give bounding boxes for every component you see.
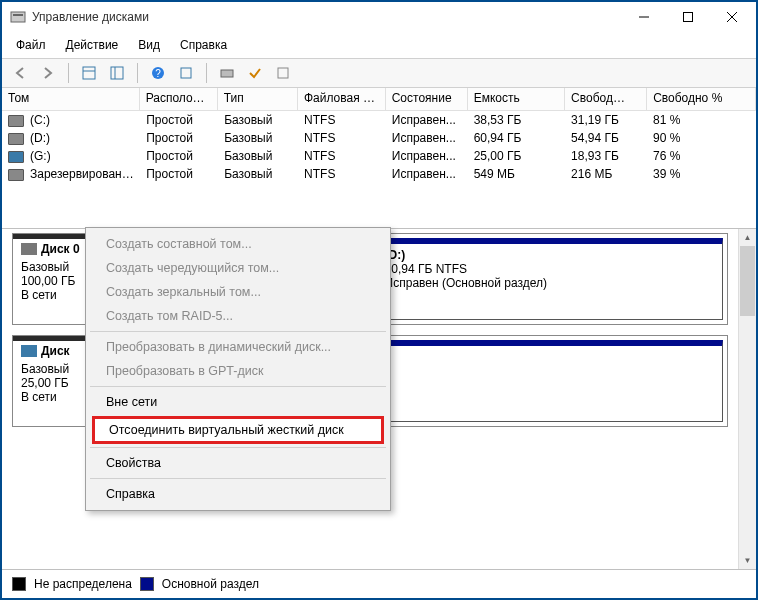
window-title: Управление дисками [32,10,622,24]
cm-separator [90,478,386,479]
titlebar: Управление дисками [2,2,756,32]
volume-row[interactable]: (D:)ПростойБазовыйNTFSИсправен...60,94 Г… [2,129,756,147]
toolbar-view2-icon[interactable] [105,61,129,85]
svg-rect-12 [181,68,191,78]
minimize-button[interactable] [622,2,666,32]
col-capacity[interactable]: Емкость [468,88,565,110]
cm-separator [90,331,386,332]
cm-convert-gpt: Преобразовать в GPT-диск [88,359,388,383]
svg-rect-3 [684,13,693,22]
legend-unallocated-swatch [12,577,26,591]
cm-create-spanned: Создать составной том... [88,232,388,256]
scroll-up-icon[interactable]: ▲ [739,229,756,246]
col-free-pct[interactable]: Свободно % [647,88,756,110]
close-button[interactable] [710,2,754,32]
cm-separator [90,447,386,448]
volume-list-header: Том Располо… Тип Файловая с… Состояние Е… [2,88,756,111]
menu-file[interactable]: Файл [12,36,50,54]
menu-view[interactable]: Вид [134,36,164,54]
volume-icon [8,151,24,163]
cm-offline[interactable]: Вне сети [88,390,388,414]
menubar: Файл Действие Вид Справка [2,32,756,58]
svg-rect-14 [278,68,288,78]
menu-action[interactable]: Действие [62,36,123,54]
volume-row[interactable]: Зарезервировано...ПростойБазовыйNTFSИспр… [2,165,756,183]
svg-rect-6 [83,67,95,79]
partition-d-info: 60,94 ГБ NTFS [385,262,714,276]
svg-rect-8 [111,67,123,79]
cm-create-mirror: Создать зеркальный том... [88,280,388,304]
col-fs[interactable]: Файловая с… [298,88,386,110]
cm-help[interactable]: Справка [88,482,388,506]
disk0-title: Диск 0 [41,242,80,256]
toolbar-disk-icon[interactable] [215,61,239,85]
col-free[interactable]: Свобод… [565,88,647,110]
col-volume[interactable]: Том [2,88,140,110]
volume-icon [8,169,24,181]
toolbar-props-icon[interactable] [271,61,295,85]
legend-primary-swatch [140,577,154,591]
maximize-button[interactable] [666,2,710,32]
col-status[interactable]: Состояние [386,88,468,110]
cm-properties[interactable]: Свойства [88,451,388,475]
scroll-down-icon[interactable]: ▼ [739,552,756,569]
toolbar-check-icon[interactable] [243,61,267,85]
col-layout[interactable]: Располо… [140,88,218,110]
disk1-title: Диск [41,344,70,358]
volume-icon [8,115,24,127]
volume-row[interactable]: (G:)ПростойБазовыйNTFSИсправен...25,00 Г… [2,147,756,165]
volume-list: Том Располо… Тип Файловая с… Состояние Е… [2,88,756,229]
context-menu: Создать составной том... Создать чередую… [85,227,391,511]
volume-row[interactable]: (C:)ПростойБазовыйNTFSИсправен...38,53 Г… [2,111,756,129]
partition-d-status: Исправен (Основной раздел) [385,276,714,290]
vhd-icon [21,345,37,357]
back-button[interactable] [8,61,32,85]
svg-rect-0 [11,12,25,22]
volume-icon [8,133,24,145]
svg-rect-1 [13,14,23,16]
disk-management-window: Управление дисками Файл Действие Вид Спр… [0,0,758,600]
svg-text:?: ? [155,68,161,79]
hard-disk-icon [21,243,37,255]
toolbar: ? [2,58,756,88]
legend-primary-label: Основной раздел [162,577,259,591]
forward-button[interactable] [36,61,60,85]
toolbar-refresh-icon[interactable] [174,61,198,85]
app-icon [10,9,26,25]
partition-d[interactable]: (D:) 60,94 ГБ NTFS Исправен (Основной ра… [376,238,723,320]
cm-separator [90,386,386,387]
cm-convert-dynamic: Преобразовать в динамический диск... [88,335,388,359]
vertical-scrollbar[interactable]: ▲ ▼ [738,229,756,569]
cm-detach-vhd[interactable]: Отсоединить виртуальный жесткий диск [92,416,384,444]
legend: Не распределена Основной раздел [2,569,756,598]
toolbar-help-icon[interactable]: ? [146,61,170,85]
menu-help[interactable]: Справка [176,36,231,54]
svg-rect-13 [221,70,233,77]
legend-unallocated-label: Не распределена [34,577,132,591]
cm-create-raid5: Создать том RAID-5... [88,304,388,328]
cm-create-striped: Создать чередующийся том... [88,256,388,280]
scroll-thumb[interactable] [740,246,755,316]
col-type[interactable]: Тип [218,88,298,110]
toolbar-view-icon[interactable] [77,61,101,85]
